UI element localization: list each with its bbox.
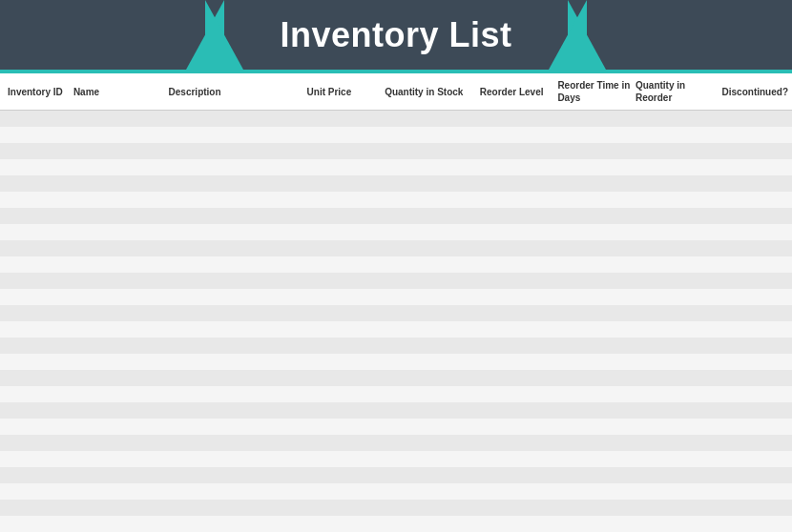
- table-row: [0, 386, 792, 402]
- col-header-reorder-time: Reorder Time in Days: [557, 79, 636, 104]
- table-body: [0, 111, 792, 532]
- table-row: [0, 192, 792, 208]
- page-title: Inventory List: [280, 15, 511, 55]
- table-row: [0, 111, 792, 127]
- table-row: [0, 289, 792, 305]
- col-header-quantity-reorder: Quantity in Reorder: [636, 79, 722, 104]
- column-headers-row: Inventory ID Name Description Unit Price…: [0, 73, 792, 111]
- header-accent-right2: [549, 0, 587, 70]
- table-row: [0, 224, 792, 240]
- table-row: [0, 338, 792, 354]
- table-row: [0, 435, 792, 451]
- table-row: [0, 354, 792, 370]
- table-row: [0, 516, 792, 532]
- table-row: [0, 451, 792, 467]
- table-row: [0, 321, 792, 338]
- table-row: [0, 467, 792, 483]
- table-row: [0, 240, 792, 256]
- table-row: [0, 273, 792, 289]
- col-header-discontinued: Discontinued?: [722, 86, 788, 98]
- col-header-quantity-stock: Quantity in Stock: [385, 86, 480, 98]
- table-row: [0, 175, 792, 192]
- table-row: [0, 256, 792, 273]
- table-row: [0, 500, 792, 516]
- header-accent-left2: [205, 0, 243, 70]
- table-row: [0, 159, 792, 175]
- col-header-inventory-id: Inventory ID: [4, 86, 73, 98]
- table-row: [0, 305, 792, 321]
- table-row: [0, 370, 792, 386]
- header: Inventory List: [0, 0, 792, 70]
- table-row: [0, 402, 792, 419]
- table-row: [0, 419, 792, 435]
- col-header-reorder-level: Reorder Level: [480, 86, 558, 98]
- table-row: [0, 208, 792, 224]
- table-row: [0, 143, 792, 159]
- col-header-description: Description: [169, 86, 307, 98]
- col-header-unit-price: Unit Price: [307, 86, 386, 98]
- page-wrapper: Inventory List Inventory ID Name Descrip…: [0, 0, 792, 532]
- table-row: [0, 483, 792, 500]
- col-header-name: Name: [73, 86, 169, 98]
- table-row: [0, 127, 792, 143]
